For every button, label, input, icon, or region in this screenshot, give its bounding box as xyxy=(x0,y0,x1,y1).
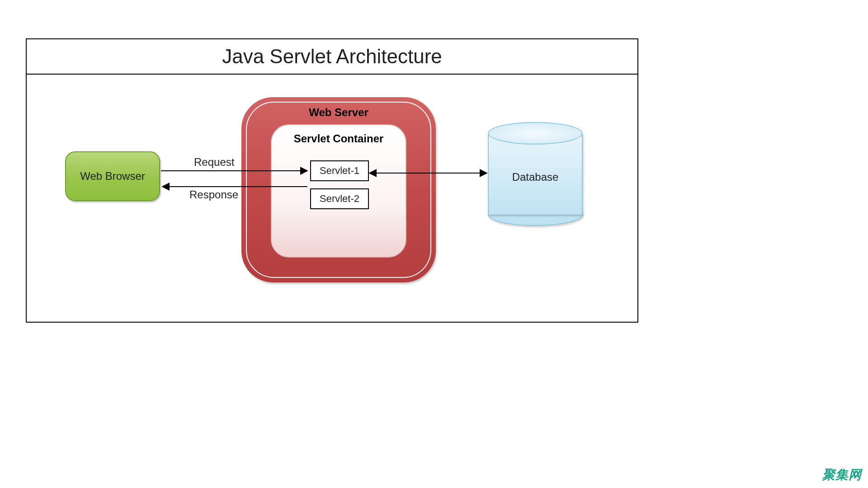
web-server-label: Web Server xyxy=(241,106,436,119)
watermark-label: 聚集网 xyxy=(822,466,862,483)
diagram-canvas: Web Browser Web Server Servlet Container… xyxy=(27,75,637,322)
servlet-2-node: Servlet-2 xyxy=(310,188,369,209)
database-node: Database xyxy=(488,122,583,226)
watermark-text: 聚集网 xyxy=(822,468,862,482)
database-top-icon xyxy=(488,122,583,145)
servlet-1-label: Servlet-1 xyxy=(320,165,359,177)
diagram-title: Java Servlet Architecture xyxy=(27,39,637,75)
response-arrow-label: Response xyxy=(189,188,238,201)
web-server-node: Web Server Servlet Container Servlet-1 S… xyxy=(241,97,436,282)
database-label: Database xyxy=(488,171,583,183)
request-arrow-label: Request xyxy=(194,156,234,169)
diagram-frame: Java Servlet Architecture Web Browser We… xyxy=(26,38,638,323)
web-browser-node: Web Browser xyxy=(65,151,160,201)
servlet-container-label: Servlet Container xyxy=(272,132,406,145)
servlet-1-node: Servlet-1 xyxy=(310,160,369,181)
servlet-container-node: Servlet Container Servlet-1 Servlet-2 xyxy=(271,124,406,258)
web-browser-label: Web Browser xyxy=(80,170,145,183)
servlet-2-label: Servlet-2 xyxy=(320,193,359,205)
